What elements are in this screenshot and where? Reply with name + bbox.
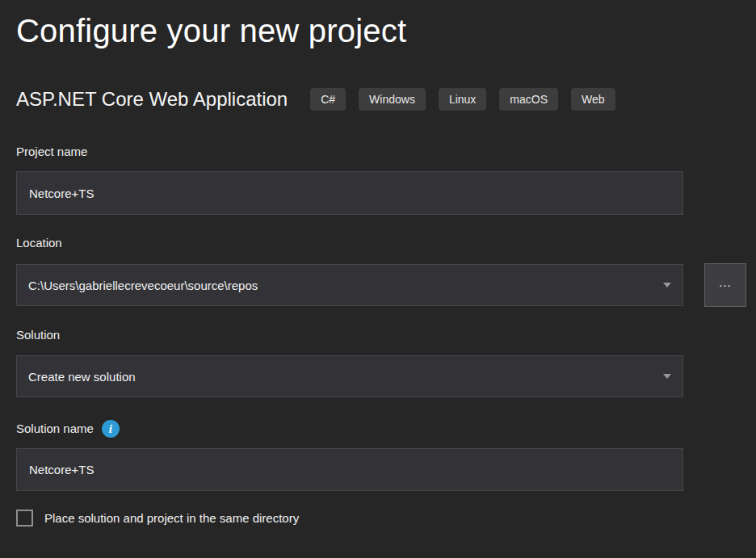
solution-name-label: Solution name <box>16 421 94 437</box>
info-icon[interactable]: i <box>102 420 120 438</box>
tag-csharp: C# <box>310 88 346 111</box>
solution-name-input[interactable] <box>16 448 683 491</box>
tag-linux: Linux <box>439 88 486 111</box>
chevron-down-icon[interactable] <box>663 374 671 379</box>
project-name-label: Project name <box>16 144 746 160</box>
solution-value: Create new solution <box>28 370 655 384</box>
chevron-down-icon[interactable] <box>663 283 671 287</box>
solution-combobox[interactable]: Create new solution <box>16 355 683 397</box>
browse-button[interactable]: ... <box>704 263 746 307</box>
template-row: ASP.NET Core Web Application C# Windows … <box>16 87 746 111</box>
location-label: Location <box>16 235 746 251</box>
solution-row: Create new solution <box>16 355 746 397</box>
page-title: Configure your new project <box>16 10 746 52</box>
location-combobox[interactable]: C:\Users\gabriellecrevecoeur\source\repo… <box>16 264 683 306</box>
solution-name-label-row: Solution name i <box>16 419 746 438</box>
same-directory-label: Place solution and project in the same d… <box>44 511 299 525</box>
solution-label: Solution <box>16 327 746 343</box>
tag-windows: Windows <box>359 88 426 111</box>
configure-project-dialog: Configure your new project ASP.NET Core … <box>0 0 756 527</box>
tag-web: Web <box>571 88 615 111</box>
tag-macos: macOS <box>499 88 558 111</box>
same-directory-checkbox[interactable] <box>16 510 33 527</box>
same-directory-row: Place solution and project in the same d… <box>16 510 746 527</box>
location-value: C:\Users\gabriellecrevecoeur\source\repo… <box>28 279 655 292</box>
location-row: C:\Users\gabriellecrevecoeur\source\repo… <box>16 263 746 307</box>
template-name: ASP.NET Core Web Application <box>16 88 288 111</box>
project-name-input[interactable] <box>16 171 683 215</box>
